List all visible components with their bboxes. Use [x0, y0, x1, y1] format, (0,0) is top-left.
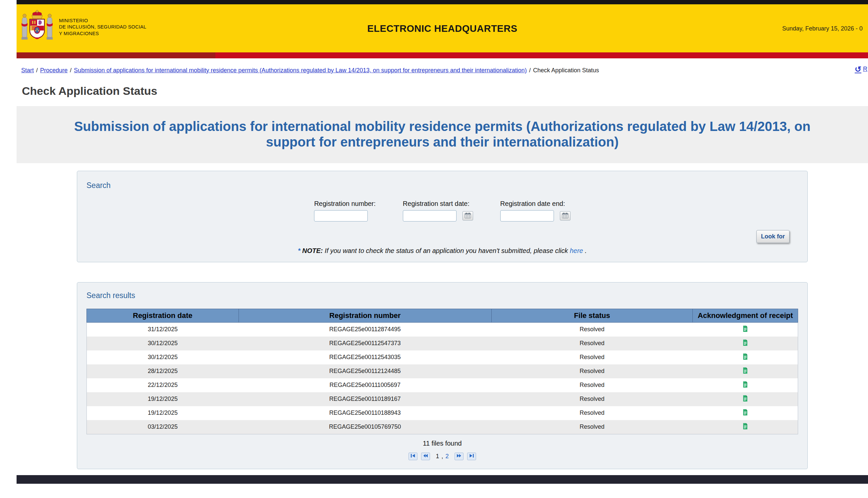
return-icon: ↺ — [855, 66, 862, 73]
flag-stripe — [16, 52, 868, 58]
breadcrumb-link-procedure[interactable]: Procedure — [40, 67, 68, 74]
breadcrumb-current: Check Application Status — [533, 67, 599, 74]
next-page-button[interactable] — [455, 453, 463, 460]
flag-stripe-red-segment — [215, 52, 868, 58]
breadcrumb-separator: / — [70, 67, 71, 74]
end-date-calendar-button[interactable] — [560, 211, 570, 221]
previous-page-icon — [423, 454, 428, 459]
breadcrumb-link-procedure-detail[interactable]: Submission of applications for internati… — [74, 67, 527, 74]
cell-file-status: Resolved — [491, 364, 693, 378]
registration-end-date-input[interactable] — [500, 210, 554, 222]
receipt-download-icon[interactable] — [693, 420, 798, 434]
cell-registration-date: 30/12/2025 — [87, 351, 239, 364]
cell-file-status: Resolved — [491, 351, 693, 364]
column-registration-number: Registration number — [239, 309, 491, 322]
top-black-bar — [16, 0, 868, 4]
table-row: 03/12/2025 REGAGE25e00105769750 Resolved — [87, 420, 798, 434]
table-row: 30/12/2025 REGAGE25e00112543035 Resolved — [87, 351, 798, 364]
table-row: 22/12/2025 REGAGE25e00111005697 Resolved — [87, 378, 798, 392]
first-page-button[interactable] — [408, 453, 418, 460]
registration-start-date-label: Registration start date: — [403, 200, 473, 208]
last-page-icon — [469, 454, 474, 459]
cell-registration-number: REGAGE25e00112543035 — [239, 351, 491, 364]
page-separator: , — [441, 453, 443, 460]
registration-end-date-label: Registration date end: — [500, 200, 570, 208]
breadcrumb-link-start[interactable]: Start — [21, 67, 34, 74]
registration-start-date-field: Registration start date: — [403, 200, 473, 222]
search-results-panel: Search results Registration date Registr… — [77, 282, 808, 469]
page-title: Check Application Status — [16, 84, 868, 97]
receipt-download-icon[interactable] — [693, 406, 798, 420]
breadcrumb-separator: / — [36, 67, 38, 74]
note-here-link[interactable]: here — [570, 247, 583, 254]
calendar-icon — [562, 212, 569, 220]
header-datetime: Sunday, February 15, 2026 - 0 — [782, 25, 863, 32]
cell-file-status: Resolved — [491, 406, 693, 420]
look-for-button[interactable]: Look for — [756, 230, 789, 243]
cell-registration-number: REGAGE25e00110189167 — [239, 392, 491, 406]
breadcrumb-separator: / — [529, 67, 531, 74]
page-root: MINISTERIO DE INCLUSIÓN, SEGURIDAD SOCIA… — [16, 0, 868, 484]
site-title: ELECTRONIC HEADQUARTERS — [16, 23, 868, 34]
page-2-link[interactable]: 2 — [446, 453, 449, 460]
results-header-row: Registration date Registration number Fi… — [87, 309, 798, 322]
registration-start-date-input[interactable] — [403, 210, 457, 222]
search-results-heading: Search results — [86, 291, 798, 300]
registration-end-date-field: Registration date end: — [500, 200, 570, 222]
header: MINISTERIO DE INCLUSIÓN, SEGURIDAD SOCIA… — [16, 4, 868, 52]
first-page-icon — [410, 454, 416, 459]
column-registration-date: Registration date — [87, 309, 239, 322]
return-label: R — [863, 66, 867, 73]
cell-registration-number: REGAGE25e00111005697 — [239, 378, 491, 392]
cell-registration-date: 30/12/2025 — [87, 337, 239, 351]
flag-stripe-dark-segment — [16, 52, 215, 58]
table-row: 19/12/2025 REGAGE25e00110188943 Resolved — [87, 406, 798, 420]
cell-registration-number: REGAGE25e00112874495 — [239, 322, 491, 337]
search-heading: Search — [86, 181, 798, 190]
receipt-download-icon[interactable] — [693, 364, 798, 378]
cell-file-status: Resolved — [491, 322, 693, 337]
note-asterisk: * — [298, 247, 300, 254]
cell-file-status: Resolved — [491, 337, 693, 351]
cell-registration-number: REGAGE25e00112124485 — [239, 364, 491, 378]
previous-page-button[interactable] — [421, 453, 430, 460]
column-acknowledgment: Acknowledgment of receipt — [693, 309, 798, 322]
breadcrumb: Start/Procedure/Submission of applicatio… — [16, 58, 868, 77]
table-row: 19/12/2025 REGAGE25e00110189167 Resolved — [87, 392, 798, 406]
receipt-download-icon[interactable] — [693, 322, 798, 337]
receipt-download-icon[interactable] — [693, 351, 798, 364]
note-period: . — [585, 247, 587, 254]
files-found-count: 11 files found — [86, 440, 798, 447]
cell-registration-number: REGAGE25e00105769750 — [239, 420, 491, 434]
receipt-download-icon[interactable] — [693, 337, 798, 351]
registration-number-field: Registration number: — [314, 200, 376, 222]
receipt-download-icon[interactable] — [693, 378, 798, 392]
footer-bar — [16, 475, 868, 484]
cell-registration-number: REGAGE25e00112547373 — [239, 337, 491, 351]
column-file-status: File status — [491, 309, 693, 322]
cell-registration-date: 22/12/2025 — [87, 378, 239, 392]
note-text: If you want to check the status of an ap… — [325, 247, 568, 254]
current-page: 1 — [436, 453, 439, 460]
search-panel: Search Registration number: Registration… — [77, 171, 808, 262]
note-label: NOTE: — [302, 247, 323, 254]
registration-number-input[interactable] — [314, 210, 368, 222]
procedure-banner: Submission of applications for internati… — [16, 106, 868, 163]
search-form: Registration number: Registration start … — [86, 200, 798, 222]
cell-registration-date: 19/12/2025 — [87, 406, 239, 420]
registration-number-label: Registration number: — [314, 200, 376, 208]
cell-registration-date: 31/12/2025 — [87, 322, 239, 337]
cell-file-status: Resolved — [491, 378, 693, 392]
last-page-button[interactable] — [467, 453, 476, 460]
cell-file-status: Resolved — [491, 420, 693, 434]
table-row: 28/12/2025 REGAGE25e00112124485 Resolved — [87, 364, 798, 378]
pagination: 1 , 2 — [86, 453, 798, 460]
start-date-calendar-button[interactable] — [462, 211, 473, 221]
page-numbers: 1 , 2 — [436, 453, 449, 460]
calendar-icon — [464, 212, 471, 220]
return-link[interactable]: ↺ R — [855, 66, 867, 73]
cell-registration-date: 03/12/2025 — [87, 420, 239, 434]
procedure-title: Submission of applications for internati… — [61, 119, 823, 150]
receipt-download-icon[interactable] — [693, 392, 798, 406]
cell-registration-date: 19/12/2025 — [87, 392, 239, 406]
